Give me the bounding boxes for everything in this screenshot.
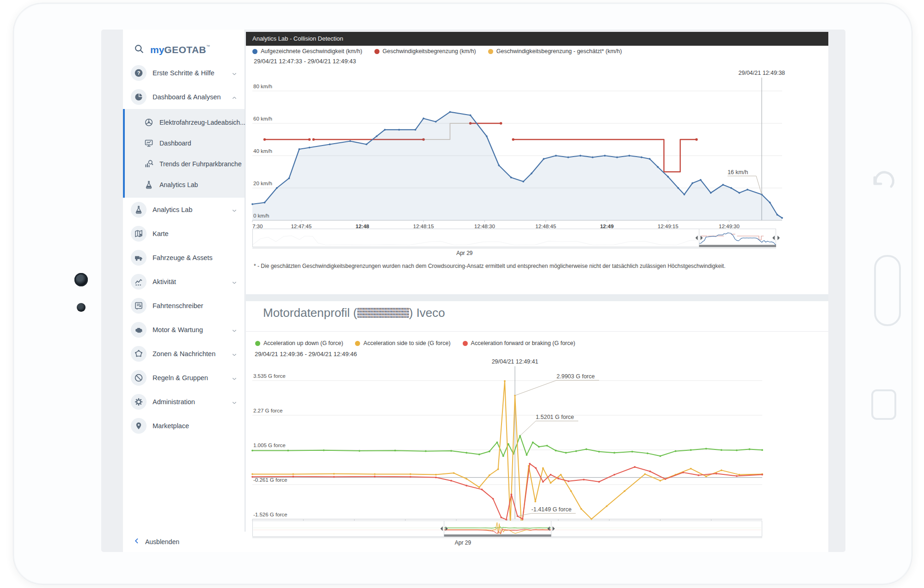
search-icon[interactable] xyxy=(134,44,144,56)
page-title-bar: Analytics Lab - Collision Detection xyxy=(246,32,828,46)
speed-legend-item[interactable]: Geschwindigkeitsbegrenzung - geschätzt* … xyxy=(488,48,622,55)
sidebar-item-administration[interactable]: Administration xyxy=(123,390,245,414)
noentry-icon xyxy=(131,370,147,386)
sidebar-collapse-button[interactable]: Ausblenden xyxy=(123,532,255,552)
callout-label: 2.9903 G force xyxy=(557,373,595,380)
svg-text:80 km/h: 80 km/h xyxy=(253,84,272,89)
callout-label: 1.5201 G force xyxy=(536,414,574,420)
tacho-icon xyxy=(131,298,147,314)
sidebar-item-label: Regeln & Gruppen xyxy=(153,374,208,382)
tablet-button-pill xyxy=(874,255,901,326)
help-icon: ? xyxy=(131,65,147,81)
legend-label: Geschwindigkeitsbegrenzung - geschätzt* … xyxy=(496,48,622,55)
chevron-down-icon xyxy=(232,351,237,357)
legend-label: Acceleration forward or braking (G force… xyxy=(471,340,575,346)
svg-text:1.005 G force: 1.005 G force xyxy=(253,443,286,448)
svg-text:20 km/h: 20 km/h xyxy=(253,181,272,186)
map-icon xyxy=(131,226,147,242)
navigator-date-label: Apr 29 xyxy=(456,250,473,256)
rotate-arrow-icon xyxy=(869,163,899,194)
sidebar-item-label: Aktivität xyxy=(153,278,176,285)
sidebar-item-fahrtenschreiber[interactable]: Fahrtenschreiber xyxy=(123,294,245,318)
trends-icon xyxy=(144,159,153,169)
legend-dot-icon xyxy=(355,341,360,346)
legend-dot-icon xyxy=(255,341,260,346)
sidebar-item-analytics-lab[interactable]: Analytics Lab xyxy=(123,198,245,222)
speed-legend-item[interactable]: Geschwindigkeitsbegrenzung (km/h) xyxy=(374,48,476,55)
sidebar-item-label: Fahrtenschreiber xyxy=(153,302,203,309)
zones-icon xyxy=(131,346,147,362)
sidebar-submenu: Elektrofahrzeug-Ladeabsich...DashboardTr… xyxy=(123,109,245,198)
camera-lens-icon xyxy=(74,273,88,286)
sidebar-item-trends-fuhrparkbranche[interactable]: Trends der Fuhrparkbranche xyxy=(125,153,245,174)
sidebar-item-label: Zonen & Nachrichten xyxy=(153,350,215,358)
gforce-chart[interactable]: 3.535 G force2.27 G force1.005 G force-0… xyxy=(252,358,762,533)
title-divider xyxy=(246,331,828,332)
gforce-legend-item[interactable]: Acceleration side to side (G force) xyxy=(355,340,450,346)
sidebar-item-fahrzeuge-assets[interactable]: Fahrzeuge & Assets xyxy=(123,246,245,270)
chevron-down-icon xyxy=(232,279,237,285)
sidebar-item-dashboard-analysen[interactable]: Dashboard & Analysen xyxy=(123,85,245,109)
flask-icon xyxy=(131,202,147,218)
speed-legend-item[interactable]: Aufgezeichnete Geschwindigkeit (km/h) xyxy=(252,48,362,55)
sidebar-item-motor-wartung[interactable]: Motor & Wartung xyxy=(123,318,245,342)
svg-text:?: ? xyxy=(137,70,141,76)
monitor-icon xyxy=(144,139,153,148)
sidebar-item-ev-ladeabsicht[interactable]: Elektrofahrzeug-Ladeabsich... xyxy=(125,112,245,133)
gforce-chart-date-range: 29/04/21 12:49:36 - 29/04/21 12:49:46 xyxy=(255,351,357,358)
speed-chart-navigator[interactable]: Apr 29 xyxy=(252,229,776,260)
pie-icon xyxy=(131,89,147,105)
activity-icon xyxy=(131,274,147,290)
sidebar-item-zonen-nachrichten[interactable]: Zonen & Nachrichten xyxy=(123,342,245,366)
legend-dot-icon xyxy=(463,341,468,346)
sidebar-item-label: Analytics Lab xyxy=(153,206,192,213)
sidebar-nav-top: ?Erste Schritte & HilfeDashboard & Analy… xyxy=(123,61,245,109)
panel-divider-band xyxy=(246,294,828,301)
sidebar-item-label: Dashboard & Analysen xyxy=(153,93,221,101)
speed-chart-legend: Aufgezeichnete Geschwindigkeit (km/h)Ges… xyxy=(252,48,622,55)
sidebar-header: myGEOTAB™ xyxy=(123,30,245,61)
tablet-bezel: myGEOTAB™ ?Erste Schritte & HilfeDashboa… xyxy=(13,3,912,585)
sidebar-item-label: Administration xyxy=(153,398,195,406)
speed-chart-date-range: 29/04/21 12:47:33 - 29/04/21 12:49:43 xyxy=(254,58,356,65)
sidebar-item-regeln-gruppen[interactable]: Regeln & Gruppen xyxy=(123,366,245,390)
sidebar-item-label: Karte xyxy=(153,230,169,237)
legend-label: Aufgezeichnete Geschwindigkeit (km/h) xyxy=(261,48,362,55)
speed-chart[interactable]: 80 km/h60 km/h40 km/h20 km/h0 km/h29/04/… xyxy=(252,69,782,233)
gforce-legend-item[interactable]: Acceleration up down (G force) xyxy=(255,340,343,346)
sidebar-item-dashboard[interactable]: Dashboard xyxy=(125,133,245,153)
crosshair-label: 29/04/21 12:49:38 xyxy=(739,70,785,76)
svg-text:60 km/h: 60 km/h xyxy=(253,116,272,121)
flask-icon xyxy=(144,180,153,189)
chevron-up-icon xyxy=(232,94,237,100)
chevron-left-icon xyxy=(133,537,141,546)
legend-dot-icon xyxy=(488,49,493,54)
ev-icon xyxy=(144,118,153,127)
legend-dot-icon xyxy=(374,49,379,54)
chevron-down-icon xyxy=(232,327,237,333)
gear-icon xyxy=(131,394,147,410)
estimated-limit-footnote: * - Die geschätzten Geschwindigkeitsbegr… xyxy=(254,263,825,269)
sidebar-item-label: Motor & Wartung xyxy=(153,326,203,333)
gforce-chart-navigator[interactable]: Apr 29 xyxy=(252,521,762,550)
callout-label: 16 km/h xyxy=(728,169,748,176)
sidebar-item-label: Analytics Lab xyxy=(159,181,198,188)
gforce-legend-item[interactable]: Acceleration forward or braking (G force… xyxy=(463,340,575,346)
navigator-selection-bar xyxy=(699,245,776,247)
engine-icon xyxy=(131,322,147,338)
chevron-down-icon xyxy=(232,207,237,212)
sidebar-item-analytics-lab-sub[interactable]: Analytics Lab xyxy=(125,174,245,195)
sidebar-item-erste-schritte-hilfe[interactable]: ?Erste Schritte & Hilfe xyxy=(123,61,245,85)
accel-forward-line xyxy=(252,464,762,520)
censored-vehicle-id xyxy=(357,308,409,318)
legend-label: Geschwindigkeitsbegrenzung (km/h) xyxy=(383,48,476,55)
engine-profile-title: Motordatenprofil () Iveco xyxy=(263,306,445,320)
svg-text:3.535 G force: 3.535 G force xyxy=(253,373,286,379)
sidebar-item-karte[interactable]: Karte xyxy=(123,222,245,246)
legend-dot-icon xyxy=(252,49,257,54)
sidebar-item-label: Erste Schritte & Hilfe xyxy=(153,69,214,77)
tablet-button-square xyxy=(871,389,896,420)
sidebar-item-aktivitaet[interactable]: Aktivität xyxy=(123,270,245,294)
sidebar-item-marketplace[interactable]: Marketplace xyxy=(123,414,245,438)
sidebar: myGEOTAB™ ?Erste Schritte & HilfeDashboa… xyxy=(123,30,245,552)
